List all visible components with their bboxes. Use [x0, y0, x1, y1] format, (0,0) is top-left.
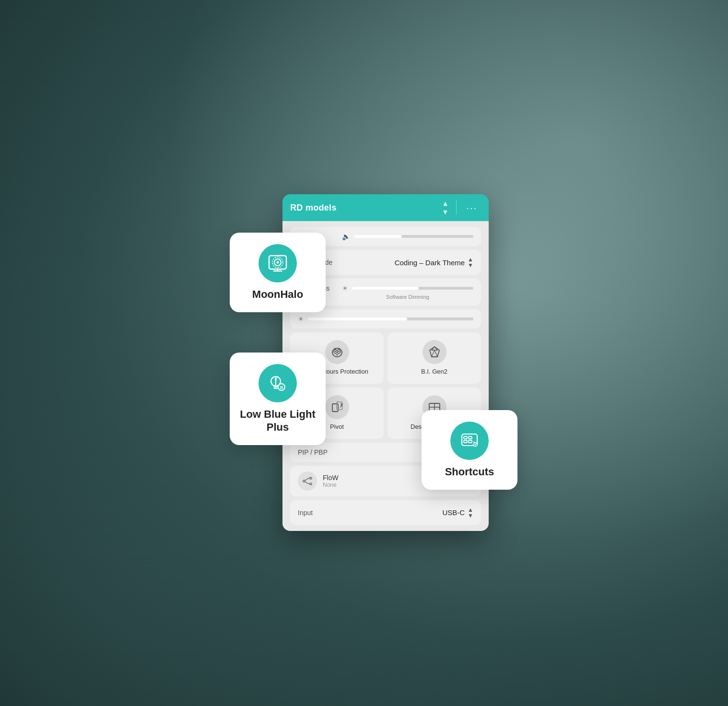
feature-bi-gen2[interactable]: B.I. Gen2: [387, 332, 481, 384]
input-label: Input: [298, 509, 336, 517]
brightness2-fill: [308, 318, 407, 320]
flow-name: FloW: [323, 474, 339, 482]
input-chevron-down: ▼: [468, 513, 473, 518]
low-blue-card[interactable]: B Low Blue Light Plus: [230, 353, 326, 445]
gem-svg-icon: [428, 345, 441, 359]
svg-line-24: [434, 350, 437, 357]
svg-point-2: [277, 261, 279, 264]
panel-title: RD models: [290, 203, 337, 213]
panel-wrapper: MoonHalo B Low Blue Light Plus: [239, 194, 489, 531]
flow-info: FloW None: [323, 474, 339, 488]
low-blue-svg-icon: B: [267, 373, 288, 394]
flow-svg-icon: [302, 475, 313, 487]
low-blue-name: Low Blue Light Plus: [239, 408, 316, 434]
header-controls: ▲ ▼ ···: [440, 198, 481, 218]
svg-rect-12: [464, 440, 467, 443]
chevron-up-icon: ▲: [442, 200, 448, 207]
svg-line-23: [432, 350, 434, 357]
chevron-down-small: ▼: [468, 262, 473, 268]
brightness-track[interactable]: [352, 287, 473, 290]
volume-fill: [354, 235, 402, 238]
moonhalo-svg-icon: [267, 253, 288, 274]
volume-icon: 🔈: [342, 233, 350, 240]
svg-rect-25: [332, 404, 338, 412]
flow-sub: None: [323, 482, 339, 488]
low-blue-icon: B: [258, 364, 297, 402]
input-chevrons: ▲ ▼: [468, 507, 473, 518]
svg-point-19: [338, 351, 340, 353]
svg-rect-11: [469, 436, 472, 439]
shortcuts-card[interactable]: Shortcuts: [422, 410, 517, 490]
volume-track[interactable]: [354, 235, 473, 238]
shortcuts-svg-icon: [459, 430, 480, 451]
volume-slider-container: 🔈: [342, 233, 473, 240]
flow-icon: [298, 471, 317, 491]
moonhalo-name: MoonHalo: [252, 288, 303, 301]
moonhalo-card[interactable]: MoonHalo: [230, 233, 326, 312]
color-mode-value: Coding – Dark Theme ▲ ▼: [395, 257, 473, 268]
pivot-svg-icon: [330, 400, 344, 414]
chevron-down-icon: ▼: [442, 208, 448, 216]
panel-header: RD models ▲ ▼ ···: [282, 194, 489, 221]
dots-menu-button[interactable]: ···: [462, 200, 481, 215]
night-hours-icon: [325, 340, 349, 364]
brightness2-row: ☀: [290, 309, 481, 329]
input-value: USB-C: [442, 508, 465, 517]
svg-text:B: B: [280, 385, 283, 390]
svg-point-18: [335, 351, 336, 353]
brightness-slider-container: ☀: [342, 284, 473, 292]
brightness2-track[interactable]: [308, 318, 473, 320]
shortcuts-icon: [450, 422, 489, 460]
chevron-button[interactable]: ▲ ▼: [440, 198, 450, 218]
brightness2-icon: ☀: [298, 315, 304, 323]
input-value-container: USB-C ▲ ▼: [442, 507, 473, 518]
owl-svg-icon: [330, 345, 344, 359]
color-mode-chevrons: ▲ ▼: [468, 257, 473, 268]
moonhalo-icon: [258, 244, 297, 282]
pivot-icon: [325, 395, 349, 419]
input-row[interactable]: Input USB-C ▲ ▼: [290, 500, 481, 525]
header-divider: [456, 200, 457, 215]
brightness-icon: ☀: [342, 284, 348, 292]
color-mode-text: Coding – Dark Theme: [395, 259, 465, 267]
svg-rect-13: [469, 440, 472, 443]
bi-gen2-label: B.I. Gen2: [421, 368, 447, 376]
svg-marker-20: [430, 347, 439, 357]
svg-point-14: [473, 443, 477, 447]
pivot-label: Pivot: [330, 423, 344, 431]
brightness-fill: [352, 287, 419, 290]
bi-gen2-icon: [423, 340, 446, 364]
svg-rect-10: [464, 436, 467, 439]
shortcuts-name: Shortcuts: [445, 466, 494, 478]
